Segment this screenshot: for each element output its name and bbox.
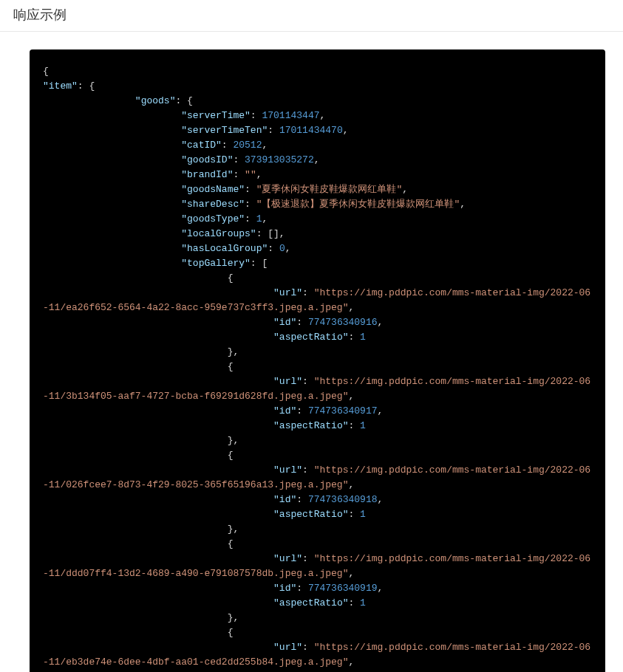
section-title: 响应示例 [0, 0, 623, 32]
code-block: { "item": { "goods": { "serverTime": 170… [30, 49, 605, 672]
page-wrap: 响应示例 { "item": { "goods": { "serverTime"… [0, 0, 623, 672]
